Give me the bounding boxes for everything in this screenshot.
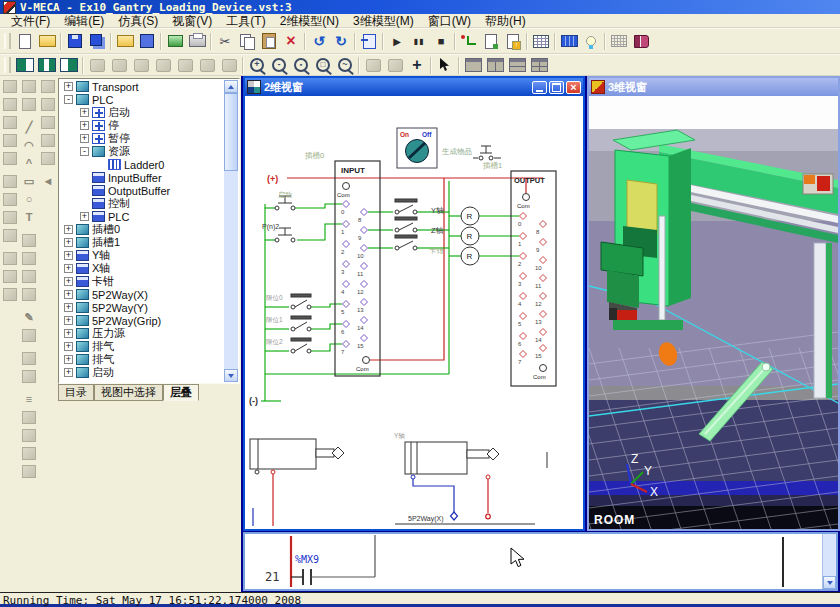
align-left-icon[interactable] (21, 391, 38, 407)
link-c-tool-icon[interactable] (2, 286, 19, 302)
tree-item-transport[interactable]: Transport (60, 80, 224, 93)
curve-a-tool-icon[interactable] (21, 350, 38, 366)
draw-text-icon[interactable] (21, 209, 38, 225)
align-right-icon[interactable] (21, 427, 38, 443)
delete-icon[interactable] (280, 31, 302, 51)
window-3d-titlebar[interactable]: 3维视窗 (589, 78, 838, 96)
close-icon[interactable] (566, 81, 581, 94)
ball-b-tool-icon[interactable] (2, 191, 19, 207)
draw-polyline-icon[interactable] (21, 155, 38, 171)
expand-icon[interactable] (64, 303, 73, 312)
speaker-icon[interactable] (40, 173, 57, 189)
rotary-switch[interactable]: On Off (397, 128, 437, 168)
expand-icon[interactable] (80, 108, 89, 117)
expand-icon[interactable] (80, 212, 89, 221)
open-icon[interactable] (36, 31, 58, 51)
tree-scrollbar[interactable] (224, 80, 238, 382)
tree-item-slot1[interactable]: 插槽1 (60, 236, 224, 249)
pliers-tool-icon[interactable] (40, 96, 57, 112)
window-2d-titlebar[interactable]: 2维视窗 (245, 78, 583, 96)
zoom-dynamic-icon[interactable] (334, 56, 356, 74)
expand-icon[interactable] (64, 264, 73, 273)
hint-bulb-icon[interactable] (580, 31, 602, 51)
ladder-canvas[interactable]: 21 %MX9 (245, 534, 823, 589)
foot-tool-icon[interactable] (2, 150, 19, 166)
pan-icon[interactable] (406, 56, 428, 74)
title-bar[interactable]: V-MECA - Ex10_Gantry_Loading_Device.vst:… (0, 0, 840, 14)
tree-item-gripper[interactable]: 卡钳 (60, 275, 224, 288)
tree-item-stop[interactable]: 停 (60, 119, 224, 132)
align-center-icon[interactable] (21, 409, 38, 425)
expand-icon[interactable] (64, 225, 73, 234)
menu-help[interactable]: 帮助(H) (478, 14, 533, 28)
rotate-cw-tool-icon[interactable] (21, 250, 38, 266)
rotate-ccw-tool-icon[interactable] (21, 268, 38, 284)
tree-item-pause[interactable]: 暂停 (60, 132, 224, 145)
rotate-x-icon[interactable] (108, 56, 130, 74)
wrench-tool-icon[interactable] (40, 78, 57, 94)
tree-item-exhaust-2[interactable]: 排气 (60, 353, 224, 366)
expand-icon[interactable] (64, 82, 73, 91)
scrollbar-thumb[interactable] (224, 93, 238, 171)
undo-icon[interactable] (308, 31, 330, 51)
expand-icon[interactable] (64, 290, 73, 299)
ladder-scrollbar[interactable] (822, 534, 836, 589)
expand-icon[interactable] (80, 134, 89, 143)
window-vsplit-icon[interactable] (484, 56, 506, 74)
orbit-free-icon[interactable] (86, 56, 108, 74)
sheet2-tool-icon[interactable] (21, 96, 38, 112)
window-hsplit-icon[interactable] (506, 56, 528, 74)
collapse-icon[interactable] (80, 147, 89, 156)
spider-tool-icon[interactable] (2, 227, 19, 243)
expand-icon[interactable] (64, 342, 73, 351)
view-front-icon[interactable] (196, 56, 218, 74)
window-3d-view[interactable]: 3维视窗 (587, 76, 840, 531)
output-block[interactable]: OUTPUT Com 0123 4567 (511, 171, 556, 386)
save-all-icon[interactable] (86, 31, 108, 51)
tree-item-x-axis[interactable]: X轴 (60, 262, 224, 275)
tree-item-exhaust-1[interactable]: 排气 (60, 340, 224, 353)
sheet-tool-icon[interactable] (21, 78, 38, 94)
scale-tool-icon[interactable] (21, 232, 38, 248)
expand-icon[interactable] (64, 251, 73, 260)
expand-icon[interactable] (64, 355, 73, 364)
tree-item-inputbuffer[interactable]: InputBuffer (60, 171, 224, 184)
print-icon[interactable] (186, 31, 208, 51)
solar-panel-icon[interactable] (558, 31, 580, 51)
mesh-icon[interactable] (608, 31, 630, 51)
expand-icon[interactable] (80, 121, 89, 130)
draw-arc-icon[interactable] (21, 137, 38, 153)
menu-window[interactable]: 窗口(W) (421, 14, 478, 28)
rotate-z-icon[interactable] (152, 56, 174, 74)
runner-tool-icon[interactable] (40, 114, 57, 130)
export-icon[interactable] (136, 31, 158, 51)
window-2d-view[interactable]: 2维视窗 (+) (-) (243, 76, 585, 531)
paste-icon[interactable] (258, 31, 280, 51)
align-bottom-icon[interactable] (21, 463, 38, 479)
tree-item-plc[interactable]: PLC (60, 93, 224, 106)
expand-icon[interactable] (64, 277, 73, 286)
zoom-out-icon[interactable] (268, 56, 290, 74)
expand-icon[interactable] (64, 329, 73, 338)
ball-a-tool-icon[interactable] (2, 173, 19, 189)
tree-item-5p2way-grip[interactable]: 5P2Way(Grip) (60, 314, 224, 327)
tree-item-pressure-source[interactable]: 压力源 (60, 327, 224, 340)
tree-item-outputbuffer[interactable]: OutputBuffer (60, 184, 224, 197)
menu-edit[interactable]: 编辑(E) (57, 14, 111, 28)
zoom-window-icon[interactable] (312, 56, 334, 74)
tree-item-start-2[interactable]: 启动 (60, 366, 224, 379)
tab-layers[interactable]: 层叠 (163, 384, 199, 401)
mirror-icon[interactable] (362, 56, 384, 74)
menu-view[interactable]: 视窗(V) (165, 14, 219, 28)
view-2d-icon[interactable] (14, 56, 36, 74)
draw-ellipse-icon[interactable] (21, 191, 38, 207)
collapse-icon[interactable] (64, 95, 73, 104)
tree-item-control[interactable]: 控制 (60, 197, 224, 210)
pause-icon[interactable] (408, 31, 430, 51)
tree-item-ladder0[interactable]: Ladder0 (60, 158, 224, 171)
menu-simulation[interactable]: 仿真(S) (111, 14, 165, 28)
view-top-icon[interactable] (218, 56, 240, 74)
expand-icon[interactable] (64, 238, 73, 247)
menu-3d-model[interactable]: 3维模型(M) (346, 14, 421, 28)
tree-item-start[interactable]: 启动 (60, 106, 224, 119)
